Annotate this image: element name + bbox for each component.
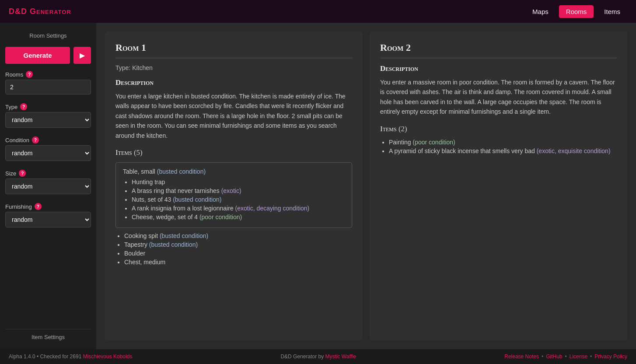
logo: D&D Generator	[9, 7, 71, 16]
room-1-title: Room 1	[115, 42, 352, 58]
room-2-card: Room 2 Description You enter a massive r…	[370, 32, 627, 340]
condition-help[interactable]: ?	[32, 136, 39, 144]
nav-rooms[interactable]: Rooms	[559, 5, 594, 18]
condition-label: Condition ?	[5, 136, 91, 144]
action-buttons: Generate ▶	[5, 47, 91, 64]
room-1-table-condition: (busted condition)	[157, 168, 206, 175]
type-select[interactable]: random kitchen bedroom library dungeon	[5, 112, 91, 128]
nav-maps[interactable]: Maps	[525, 5, 556, 18]
main-layout: Room Settings Generate ▶ Rooms ? Type ? …	[0, 23, 636, 349]
play-button[interactable]: ▶	[73, 47, 91, 64]
footer-center: D&D Generator by Mystic Waffle	[132, 354, 504, 360]
rooms-label: Rooms ?	[5, 71, 91, 78]
list-item: Cooking spit (busted condition)	[124, 232, 352, 239]
size-field: Size ? random small medium large	[5, 170, 91, 194]
list-item: Cheese, wedge, set of 4 (poor condition)	[132, 214, 345, 220]
room-2-description: You enter a massive room in poor conditi…	[380, 77, 617, 117]
type-label: Type ?	[5, 103, 91, 110]
room-1-description: You enter a large kitchen in busted cond…	[115, 91, 352, 140]
room-1-table-items: Hunting trap A brass ring that never tar…	[123, 178, 345, 220]
room-2-items-heading: Items (2)	[380, 125, 617, 133]
list-item: Boulder	[124, 250, 352, 257]
mystic-waffle-link[interactable]: Mystic Waffle	[325, 354, 356, 360]
nav-items[interactable]: Items	[597, 5, 627, 18]
release-notes-link[interactable]: Release Notes	[504, 354, 539, 360]
logo-gen: Generator	[27, 7, 71, 16]
rooms-input[interactable]	[5, 80, 91, 94]
list-item: A brass ring that never tarnishes (exoti…	[132, 187, 345, 194]
room-1-items-count: (5)	[134, 148, 143, 157]
room-2-items-count: (2)	[398, 125, 407, 133]
list-item: Painting (poor condition)	[389, 139, 617, 146]
room-1-items-box: Table, small (busted condition) Hunting …	[115, 162, 352, 228]
list-item: A pyramid of sticky black incense that s…	[389, 147, 617, 154]
room-2-standalone-items: Painting (poor condition) A pyramid of s…	[380, 139, 617, 154]
footer-left: Alpha 1.4.0 • Checked for 2691 Mischievo…	[9, 354, 132, 360]
furnishing-label: Furnishing ?	[5, 203, 91, 210]
room-2-title: Room 2	[380, 42, 617, 58]
nav-links: Maps Rooms Items	[525, 5, 627, 18]
list-item: Chest, medium	[124, 259, 352, 266]
room-1-type: Type: Kitchen	[115, 64, 352, 71]
size-select[interactable]: random small medium large	[5, 178, 91, 194]
room-1-standalone-items: Cooking spit (busted condition) Tapestry…	[115, 232, 352, 266]
room-2-description-heading: Description	[380, 64, 617, 73]
privacy-link[interactable]: Privacy Policy	[594, 354, 627, 360]
rooms-field: Rooms ?	[5, 71, 91, 94]
list-item: A rank insignia from a lost legionnaire …	[132, 205, 345, 212]
furnishing-select[interactable]: random minimal sparse moderate abundant	[5, 212, 91, 228]
room-1-description-heading: Description	[115, 78, 352, 87]
content-area: Room 1 Type: Kitchen Description You ent…	[96, 23, 636, 349]
type-help[interactable]: ?	[20, 103, 27, 110]
license-link[interactable]: License	[570, 354, 587, 360]
rooms-help[interactable]: ?	[26, 71, 33, 78]
logo-dnd: D&D	[9, 7, 27, 16]
type-field: Type ? random kitchen bedroom library du…	[5, 103, 91, 128]
kobolds-link[interactable]: Mischievous Kobolds	[83, 354, 133, 360]
size-help[interactable]: ?	[19, 170, 26, 177]
generate-button[interactable]: Generate	[5, 47, 70, 64]
room-1-card: Room 1 Type: Kitchen Description You ent…	[105, 32, 363, 340]
top-nav: D&D Generator Maps Rooms Items	[0, 0, 636, 23]
footer: Alpha 1.4.0 • Checked for 2691 Mischievo…	[0, 349, 636, 364]
list-item: Nuts, set of 43 (busted condition)	[132, 196, 345, 203]
condition-select[interactable]: random pristine good poor busted decayin…	[5, 145, 91, 161]
furnishing-field: Furnishing ? random minimal sparse moder…	[5, 203, 91, 228]
list-item: Tapestry (busted condition)	[124, 241, 352, 248]
room-1-items-heading: Items (5)	[115, 148, 352, 157]
sidebar: Room Settings Generate ▶ Rooms ? Type ? …	[0, 23, 96, 349]
github-link[interactable]: GitHub	[546, 354, 562, 360]
footer-right: Release Notes • GitHub • License • Priva…	[504, 354, 627, 360]
room-settings-title: Room Settings	[5, 30, 91, 43]
item-settings-title: Item Settings	[5, 329, 91, 342]
condition-field: Condition ? random pristine good poor bu…	[5, 136, 91, 161]
list-item: Hunting trap	[132, 178, 345, 186]
room-1-table-title: Table, small (busted condition)	[123, 168, 345, 175]
size-label: Size ?	[5, 170, 91, 177]
furnishing-help[interactable]: ?	[35, 203, 42, 210]
